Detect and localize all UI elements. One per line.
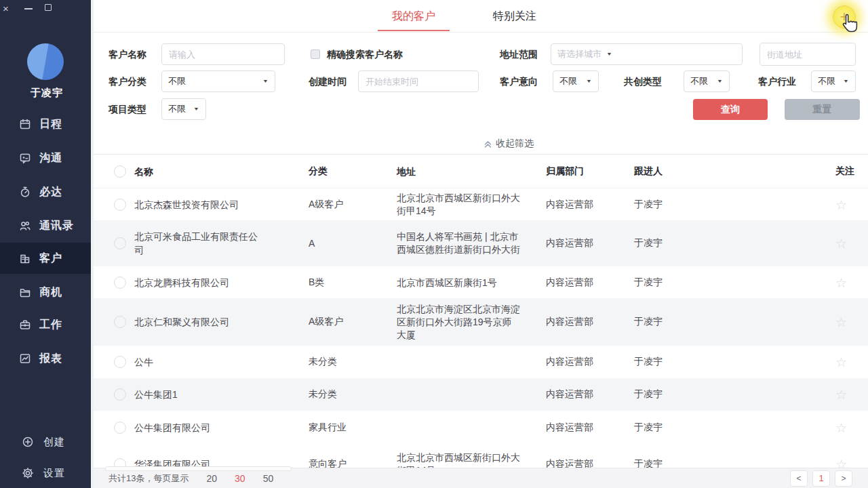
tab-my-customers[interactable]: 我的客户 [378, 0, 450, 33]
cell-department: 内容运营部 [546, 422, 627, 434]
total-count-label: 共计13条，每页显示 [108, 472, 189, 485]
sidebar-item-communication[interactable]: 沟通 [0, 142, 94, 174]
chevron-down-icon: ▼ [606, 52, 612, 57]
user-name: 于凌宇 [0, 87, 94, 100]
cell-follower: 于凌宇 [634, 356, 715, 368]
customer-category-select[interactable]: 不限 ▼ [161, 70, 275, 92]
cell-department: 内容运营部 [546, 277, 627, 289]
briefcase-icon [19, 319, 31, 331]
cell-name: 公牛 [134, 355, 262, 369]
prev-page-button[interactable]: < [790, 470, 808, 487]
row-checkbox[interactable] [114, 356, 126, 368]
page-size-30[interactable]: 30 [235, 473, 245, 484]
next-page-button[interactable]: > [835, 470, 852, 487]
customer-category-value: 不限 [168, 75, 186, 87]
cell-category: A [309, 238, 390, 249]
page-size-50[interactable]: 50 [263, 473, 274, 484]
horizontal-scrollbar-thumb[interactable] [105, 466, 292, 471]
street-address-input[interactable] [760, 43, 856, 66]
table-row[interactable]: 公牛 未分类 内容运营部 于凌宇 ☆ [94, 346, 868, 378]
cell-name: 北京可米食品工业有限责任公司 [134, 230, 262, 257]
chat-icon [19, 152, 31, 164]
star-icon[interactable]: ☆ [835, 314, 859, 330]
cell-category: 未分类 [309, 388, 390, 401]
sidebar-item-work[interactable]: 工作 [0, 309, 94, 340]
window-minimize-icon[interactable] [24, 8, 33, 9]
select-all-checkbox[interactable] [114, 165, 126, 178]
customer-name-input[interactable] [161, 43, 285, 65]
exact-search-checkbox[interactable] [311, 49, 320, 59]
sidebar: × 于凌宇 日程 沟通 必达 通讯录 [0, 0, 94, 488]
cocreate-type-select[interactable]: 不限 ▼ [684, 70, 730, 92]
search-button[interactable]: 查询 [693, 99, 768, 120]
col-header-follower: 跟进人 [634, 165, 715, 178]
row-checkbox[interactable] [114, 316, 126, 328]
reset-button[interactable]: 重置 [785, 99, 860, 120]
customer-industry-label: 客户行业 [758, 70, 796, 92]
table-row[interactable]: 北京杰森世投资有限公司 A级客户 北京北京市西城区新街口外大街甲14号 内容运营… [94, 188, 868, 220]
row-checkbox[interactable] [114, 277, 126, 289]
cell-follower: 于凌宇 [634, 422, 715, 434]
table-row[interactable]: 公牛集团1 未分类 内容运营部 于凌宇 ☆ [94, 378, 868, 411]
chevron-down-icon: ▼ [586, 79, 592, 84]
star-icon[interactable]: ☆ [835, 274, 859, 290]
sidebar-item-reports[interactable]: 报表 [0, 343, 94, 374]
collapse-filters-link[interactable]: 收起筛选 [484, 137, 534, 150]
window-maximize-icon[interactable] [45, 4, 52, 11]
page-size-20[interactable]: 20 [206, 473, 217, 484]
sidebar-item-customers[interactable]: 客户 [0, 243, 94, 274]
row-checkbox[interactable] [114, 237, 126, 249]
project-type-select[interactable]: 不限 ▼ [161, 98, 206, 120]
gear-icon [22, 467, 34, 479]
customer-category-label: 客户分类 [108, 70, 146, 92]
city-select[interactable]: 请选择城市 ▼ [551, 43, 743, 65]
star-icon[interactable]: ☆ [835, 354, 859, 370]
created-time-input[interactable] [358, 70, 479, 92]
star-icon[interactable]: ☆ [835, 236, 859, 251]
table-row[interactable]: 北京仁和聚义有限公司 A级客户 北京北京市海淀区北京市海淀区新街口外大街路19号… [94, 298, 868, 346]
folder-icon [19, 286, 31, 298]
sidebar-settings-button[interactable]: 设置 [0, 460, 94, 487]
star-icon[interactable]: ☆ [835, 387, 859, 403]
sidebar-create-button[interactable]: 创建 [0, 428, 94, 455]
add-customer-button[interactable]: + [833, 5, 856, 28]
cell-address: 中国名人将军书画苑 | 北京市西城区德胜街道新街口外大街 [397, 230, 520, 256]
row-checkbox[interactable] [114, 199, 126, 211]
cell-follower: 于凌宇 [634, 237, 715, 249]
row-checkbox[interactable] [114, 388, 126, 401]
sidebar-create-label: 创建 [43, 436, 65, 449]
sidebar-item-label: 沟通 [39, 151, 62, 165]
table-row[interactable]: 北京龙腾科技有限公司 B类 北京市西城区新康街1号 内容运营部 于凌宇 ☆ [94, 266, 868, 298]
sidebar-item-schedule[interactable]: 日程 [0, 108, 94, 140]
cocreate-type-value: 不限 [690, 75, 708, 87]
table-row[interactable]: 北京可米食品工业有限责任公司 A 中国名人将军书画苑 | 北京市西城区德胜街道新… [94, 220, 868, 266]
created-time-label: 创建时间 [309, 70, 347, 92]
chevron-down-icon: ▼ [843, 79, 849, 84]
cell-address: 北京市西城区新康街1号 [397, 276, 520, 289]
customer-intent-select[interactable]: 不限 ▼ [553, 70, 599, 92]
table-row[interactable]: 公牛集团有限公司 家具行业 内容运营部 于凌宇 ☆ [94, 411, 868, 444]
row-checkbox[interactable] [114, 422, 126, 434]
star-icon[interactable]: ☆ [835, 197, 859, 212]
customer-industry-value: 不限 [818, 75, 835, 87]
circle-plus-icon [22, 436, 34, 448]
sidebar-item-bida[interactable]: 必达 [0, 176, 94, 207]
col-header-follow: 关注 [835, 165, 859, 178]
tab-special-follow[interactable]: 特别关注 [479, 0, 551, 33]
window-close-icon[interactable]: × [3, 3, 9, 14]
sidebar-item-opportunities[interactable]: 商机 [0, 277, 94, 308]
avatar[interactable] [27, 43, 64, 80]
star-icon[interactable]: ☆ [835, 420, 859, 435]
cell-name: 北京龙腾科技有限公司 [134, 276, 262, 289]
sidebar-item-label: 商机 [39, 285, 62, 300]
current-page-button[interactable]: 1 [812, 470, 830, 487]
customer-industry-select[interactable]: 不限 ▼ [811, 70, 856, 92]
sidebar-item-contacts[interactable]: 通讯录 [0, 210, 94, 241]
sidebar-item-label: 日程 [39, 117, 62, 131]
city-select-value: 请选择城市 [557, 48, 601, 60]
cell-follower: 于凌宇 [634, 388, 715, 401]
contacts-icon [19, 220, 31, 232]
project-type-value: 不限 [168, 103, 186, 115]
cell-category: 家具行业 [309, 422, 390, 434]
cell-category: A级客户 [309, 316, 390, 328]
